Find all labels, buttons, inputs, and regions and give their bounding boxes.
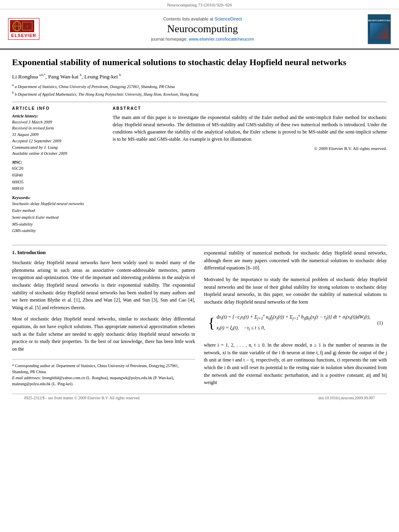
homepage-link[interactable]: www.elsevier.com/locate/neucom <box>189 37 254 41</box>
intro-para-1: Stochastic delay Hopfield neural network… <box>12 259 195 311</box>
msc-code-4: 60H10 <box>12 185 105 192</box>
article-history: Article history: Received 3 March 2009 R… <box>12 114 105 157</box>
doi-line: doi:10.1016/j.neucom.2009.09.007 <box>319 396 375 400</box>
equation-line-1: dxi(t) = [−cixi(t) + Σj=1n aijfj(xj(t)) … <box>216 313 370 322</box>
left-brace: { <box>208 316 215 330</box>
authors-line: Li Ronghua a,b,*, Pang Wan-kai b, Leung … <box>12 73 387 80</box>
intro-para-2: Most of stochastic delay Hopfield neural… <box>12 315 195 353</box>
available-online: Available online 4 October 2009 <box>12 151 67 156</box>
journal-homepage: journal homepage: www.elsevier.com/locat… <box>40 37 365 41</box>
revised-date: 31 August 2009 <box>12 132 39 137</box>
communicated-by: Communicated by J. Liang <box>12 145 58 150</box>
affiliation-b: b b Department of Applied Mathematics, T… <box>12 90 387 97</box>
keyword-3: Semi-implicit Euler method <box>12 214 105 221</box>
email-footnote: E-mail addresses: lironghi64@yahoo.com.c… <box>12 375 195 387</box>
journal-reference-bar: Neurocomputing 73 (2010) 920–926 <box>0 0 399 9</box>
keyword-5: GMS-stability <box>12 228 105 234</box>
abstract-text: The main aim of this paper is to investi… <box>113 114 387 143</box>
right-para-1: exponential stability of numerical metho… <box>204 249 387 272</box>
equation-line-2: xi(t) = ξi(t), −τi ≤ t ≤ 0, <box>216 324 370 333</box>
abstract-column: ABSTRACT The main aim of this paper is t… <box>113 106 387 238</box>
sciencedirect-line: Contents lists available at ScienceDirec… <box>40 16 365 21</box>
abstract-label: ABSTRACT <box>113 106 387 111</box>
keywords-label: Keywords: <box>12 195 105 200</box>
page-wrapper: Neurocomputing 73 (2010) 920–926 E ELSEV… <box>0 0 399 532</box>
equation-lines: dxi(t) = [−cixi(t) + Σj=1n aijfj(xj(t)) … <box>216 313 370 333</box>
right-para-2: Motivated by the importance to study the… <box>204 276 387 306</box>
article-info-abstract: ARTICLE INFO Article history: Received 3… <box>12 106 387 238</box>
sciencedirect-link[interactable]: ScienceDirect <box>214 16 242 21</box>
received-date: Received 3 March 2009 <box>12 120 52 124</box>
copyright-line: © 2009 Elsevier B.V. All rights reserved… <box>113 146 387 151</box>
paper-title: Exponential stability of numerical solut… <box>12 57 387 68</box>
journal-reference: Neurocomputing 73 (2010) 920–926 <box>167 2 232 7</box>
equation-1-area: { dxi(t) = [−cixi(t) + Σj=1n aijfj(xj(t)… <box>204 310 387 337</box>
msc-label: MSC: <box>12 160 105 164</box>
equation-1-content: { dxi(t) = [−cixi(t) + Σj=1n aijfj(xj(t)… <box>208 313 373 333</box>
corresponding-author-note: * Corresponding author at: Department of… <box>12 363 195 375</box>
article-info-label: ARTICLE INFO <box>12 106 105 111</box>
journal-header: E ELSEVIER Contents lists available at S… <box>0 9 399 49</box>
journal-title: Neurocomputing <box>40 23 365 35</box>
keyword-1: Stochastic delay Hopfield neural network… <box>12 201 105 207</box>
svg-text:E: E <box>27 25 28 28</box>
body-right-column: exponential stability of numerical metho… <box>204 249 387 390</box>
footnotes-area: * Corresponding author at: Department of… <box>12 359 195 387</box>
accepted-date: Accepted 12 September 2009 <box>12 139 61 143</box>
issn-line: 0925-2312/$ - see front matter © 2009 El… <box>24 396 140 400</box>
elsevier-wordmark: ELSEVIER <box>10 33 37 38</box>
keywords-section: Keywords: Stochastic delay Hopfield neur… <box>12 195 105 234</box>
section-divider-2 <box>12 245 387 245</box>
article-info-column: ARTICLE INFO Article history: Received 3… <box>12 106 105 238</box>
msc-code-2: 65P40 <box>12 172 105 179</box>
equation-system: { dxi(t) = [−cixi(t) + Σj=1n aijfj(xj(t)… <box>208 313 373 333</box>
equation-desc-para: where i = 1, 2, . . . , n, t ≥ 0. In the… <box>204 341 387 386</box>
section-divider-1 <box>12 102 387 102</box>
bottom-bar: 0925-2312/$ - see front matter © 2009 El… <box>12 394 387 402</box>
intro-heading: 1. Introduction <box>12 249 195 256</box>
equation-1-row: { dxi(t) = [−cixi(t) + Σj=1n aijfj(xj(t)… <box>208 313 383 333</box>
affiliations: a a Department of Statistics, China Univ… <box>12 83 387 98</box>
journal-center: Contents lists available at ScienceDirec… <box>40 16 365 41</box>
journal-cover-image: NEUROCOMPUTING <box>365 14 391 44</box>
msc-code-3: 60H35 <box>12 179 105 186</box>
main-content: Exponential stability of numerical solut… <box>0 49 399 410</box>
body-left-column: 1. Introduction Stochastic delay Hopfiel… <box>12 249 195 390</box>
msc-code-1: 65C20 <box>12 165 105 172</box>
elsevier-logo: E ELSEVIER <box>8 18 40 40</box>
msc-section: MSC: 65C20 65P40 60H35 60H10 <box>12 160 105 192</box>
keyword-4: MS-stability <box>12 221 105 228</box>
affiliation-a: a a Department of Statistics, China Univ… <box>12 83 387 90</box>
keyword-2: Euler method <box>12 207 105 214</box>
body-two-col: 1. Introduction Stochastic delay Hopfiel… <box>12 249 387 390</box>
equation-number-1: (1) <box>377 319 383 327</box>
received-revised-label: Received in revised form <box>12 126 54 130</box>
history-label: Article history: <box>12 114 105 118</box>
